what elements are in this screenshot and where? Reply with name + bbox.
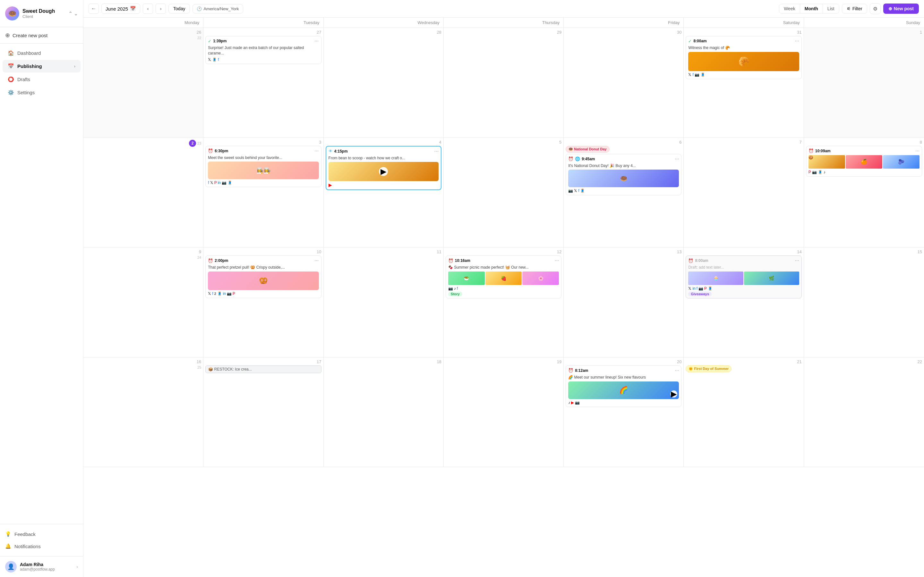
sidebar-item-publishing[interactable]: 📅 Publishing ›	[3, 60, 81, 73]
post-time: 10:16am	[455, 258, 553, 263]
post-card-draft[interactable]: ⏰ 8:00am ··· Draft: add text later... 🧁 …	[686, 255, 801, 298]
post-card[interactable]: ⏰ 8:12am ··· 🌈 Meet our summer lineup! S…	[565, 366, 682, 407]
cal-cell-jun7[interactable]: 7	[684, 138, 804, 248]
post-image: 🍩	[568, 169, 679, 187]
date-jun14: 14	[686, 250, 801, 254]
header-wednesday: Wednesday	[324, 18, 444, 27]
cal-cell-jun10[interactable]: 10 ⏰ 2:00pm ··· That perfect pretzel pul…	[204, 247, 323, 358]
week-view-button[interactable]: Week	[779, 4, 800, 13]
post-card[interactable]: ⏰ 6:30pm ··· Meet the sweet souls behind…	[205, 146, 321, 187]
more-icon[interactable]: ···	[675, 367, 679, 374]
new-post-button[interactable]: ⊕ New post	[883, 3, 919, 14]
facebook-icon: f	[218, 57, 219, 62]
filter-button[interactable]: ⚟ Filter	[842, 4, 867, 13]
header-thursday: Thursday	[444, 18, 564, 27]
post-card[interactable]: ✓ 8:00am ··· Witness the magic of 🥐 🥐 𝕏 …	[686, 36, 801, 79]
list-view-button[interactable]: List	[823, 4, 839, 13]
instagram-icon: 📷	[698, 286, 703, 291]
cal-cell-jun22[interactable]: 22	[804, 358, 924, 467]
cal-cell-jun21[interactable]: 21 🌞 First Day of Summer	[684, 358, 804, 467]
timezone-selector[interactable]: 🕐 America/New_York	[192, 4, 243, 13]
cal-cell-may27[interactable]: 27 ✓ 1:39pm ··· Surprise! Just made an e…	[204, 28, 323, 138]
post-card[interactable]: ✓ 1:39pm ··· Surprise! Just made an extr…	[205, 36, 321, 64]
cal-cell-may29[interactable]: 29	[444, 28, 564, 138]
more-icon[interactable]: ···	[314, 38, 318, 44]
client-avatar: 🍩	[5, 6, 19, 21]
cal-cell-jun11[interactable]: 11	[324, 247, 444, 358]
today-button[interactable]: Today	[168, 4, 190, 13]
post-image: 🥐	[688, 52, 799, 71]
post-video: ▶ 🌈	[568, 382, 679, 399]
more-icon[interactable]: ···	[795, 258, 799, 263]
prev-month-button[interactable]: ‹	[143, 3, 153, 14]
settings-button[interactable]: ⚙	[870, 3, 881, 14]
cal-cell-jun12[interactable]: 12 ⏰ 10:16am ··· 🍫 Summer picnic made pe…	[444, 247, 564, 358]
date-jun6: 6	[565, 140, 682, 145]
more-icon[interactable]: ···	[675, 156, 679, 162]
client-section[interactable]: 🍩 Sweet Dough Client ⌃ ⌄	[0, 0, 83, 27]
cal-cell-jun15[interactable]: 15	[804, 247, 924, 358]
date-picker[interactable]: June 2025 📅	[102, 3, 140, 14]
post-image-3: 🫐	[883, 155, 919, 169]
filter-icon: ⚟	[846, 6, 851, 11]
cal-cell-jun18[interactable]: 18	[324, 358, 444, 467]
more-icon[interactable]: ···	[314, 148, 318, 154]
cal-cell-jun16[interactable]: 16 25	[83, 358, 204, 467]
cal-cell-may31[interactable]: 31 ✓ 8:00am ··· Witness the magic of 🥐 🥐…	[684, 28, 804, 138]
cal-cell-jun13[interactable]: 13	[564, 247, 684, 358]
toolbar: ← June 2025 📅 ‹ › Today 🕐 America/New_Yo…	[83, 0, 924, 18]
cal-cell-jun2[interactable]: 2 23	[83, 138, 204, 248]
post-text: 🌈 Meet our summer lineup! Six new flavou…	[568, 375, 679, 380]
cal-cell-jun4[interactable]: 4 👁 4:15pm ··· From bean to scoop - watc…	[324, 138, 444, 248]
threads-icon: 🧵	[228, 181, 232, 185]
post-card-selected[interactable]: 👁 4:15pm ··· From bean to scoop - watch …	[326, 146, 441, 190]
sidebar-feedback[interactable]: 💡 Feedback	[0, 528, 83, 540]
next-month-button[interactable]: ›	[156, 3, 166, 14]
cal-cell-may30[interactable]: 30	[564, 28, 684, 138]
back-button[interactable]: ←	[89, 3, 99, 14]
date-jun20: 20	[565, 359, 682, 364]
cal-cell-jun19[interactable]: 19	[444, 358, 564, 467]
draft-icon: ⏰	[688, 258, 693, 263]
user-email: adam@postflow.app	[20, 567, 73, 572]
cal-cell-jun8[interactable]: 8 ⏰ 10:09am ··· 🍪 🍊 🫐 P 📷	[804, 138, 924, 248]
client-chevron-icon[interactable]: ⌃ ⌄	[68, 11, 78, 17]
cal-cell-may26[interactable]: 26 22	[83, 28, 204, 138]
more-icon[interactable]: ···	[795, 38, 799, 44]
create-new-post-button[interactable]: ⊕ Create new post	[0, 27, 83, 44]
more-icon[interactable]: ···	[314, 258, 318, 263]
cal-cell-jun20[interactable]: 20 ⏰ 8:12am ··· 🌈 Meet our summer lineup…	[564, 358, 684, 467]
sidebar-notifications[interactable]: 🔔 Notifications	[0, 540, 83, 552]
month-view-button[interactable]: Month	[800, 4, 823, 13]
cal-cell-may28[interactable]: 28	[324, 28, 444, 138]
cal-cell-jun17[interactable]: 17 📦 RESTOCK: Ice crea...	[204, 358, 323, 467]
date-label: June 2025	[105, 6, 128, 11]
cal-cell-jun1[interactable]: 1	[804, 28, 924, 138]
more-icon[interactable]: ···	[435, 148, 439, 154]
instagram-icon: 📷	[448, 286, 453, 291]
facebook-icon: f	[208, 181, 209, 185]
giveaways-tag: Giveaways	[688, 292, 712, 296]
sidebar-item-settings[interactable]: ⚙️ Settings	[3, 86, 81, 99]
post-card[interactable]: ⏰ 10:09am ··· 🍪 🍊 🫐 P 📷 🧵 ♪	[806, 146, 922, 177]
date-jun18: 18	[326, 359, 441, 364]
user-profile[interactable]: 👤 Adam Riha adam@postflow.app ›	[0, 556, 83, 577]
post-time: 1:39pm	[213, 39, 313, 43]
instagram-icon: 📷	[568, 189, 573, 193]
post-card[interactable]: ⏰ 🌐 9:45am ··· It's National Donut Day! …	[565, 154, 682, 195]
gear-icon: ⚙	[873, 6, 877, 12]
post-card[interactable]: ⏰ 10:16am ··· 🍫 Summer picnic made perfe…	[446, 255, 561, 298]
cal-cell-jun5[interactable]: 5	[444, 138, 564, 248]
cal-cell-jun14[interactable]: 14 ⏰ 8:00am ··· Draft: add text later...…	[684, 247, 804, 358]
cal-cell-jun3[interactable]: 3 ⏰ 6:30pm ··· Meet the sweet souls behi…	[204, 138, 323, 248]
date-jun1: 1	[806, 30, 922, 35]
more-icon[interactable]: ···	[555, 258, 559, 263]
sidebar-item-dashboard[interactable]: 🏠 Dashboard	[3, 47, 81, 59]
user-avatar: 👤	[5, 561, 17, 572]
cal-cell-jun9[interactable]: 9 24	[83, 247, 204, 358]
more-icon[interactable]: ···	[915, 148, 919, 154]
sidebar-item-drafts[interactable]: ⭕ Drafts	[3, 73, 81, 85]
post-card[interactable]: ⏰ 2:00pm ··· That perfect pretzel pull! …	[205, 255, 321, 298]
cal-cell-jun6[interactable]: 6 🍩 National Donut Day ⏰ 🌐 9:45am ··· It…	[564, 138, 684, 248]
post-text: Witness the magic of 🥐	[688, 45, 799, 51]
